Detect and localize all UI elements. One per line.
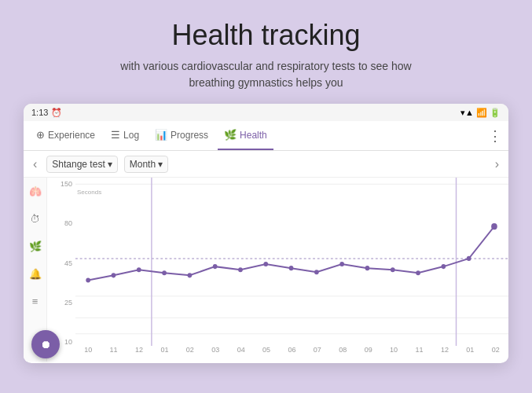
x-label-11: 11 <box>101 346 126 362</box>
more-options-icon[interactable]: ⋮ <box>488 127 502 145</box>
health-icon: 🌿 <box>224 129 237 141</box>
data-point <box>365 266 370 270</box>
y-label-25: 25 <box>64 299 72 307</box>
x-label-08: 08 <box>330 346 355 362</box>
health-label: Health <box>240 130 267 141</box>
status-bar: 1:13 ⏰ ▾▲ 📶 🔋 <box>24 104 508 121</box>
record-button[interactable]: ⏺ <box>31 330 60 358</box>
main-title: Health tracking <box>31 19 501 52</box>
data-point <box>162 270 167 275</box>
battery-icon: 🔋 <box>490 108 501 118</box>
progress-icon: 📊 <box>155 129 167 141</box>
progress-label: Progress <box>171 130 208 141</box>
next-arrow[interactable]: › <box>492 156 502 173</box>
alarm-icon: ⏰ <box>51 108 62 118</box>
tab-log[interactable]: ☰ Log <box>105 121 145 150</box>
x-label-05: 05 <box>254 346 279 362</box>
data-point <box>137 267 141 272</box>
x-label-04: 04 <box>228 346 253 362</box>
signal-icon: 📶 <box>476 108 487 118</box>
prev-arrow[interactable]: ‹ <box>30 156 40 173</box>
status-left: 1:13 ⏰ <box>31 108 62 118</box>
x-label-03: 03 <box>203 346 228 362</box>
log-label: Log <box>123 130 139 141</box>
chart-svg-wrap <box>75 178 508 346</box>
subtitle: with various cardiovascular and respirat… <box>31 58 501 91</box>
lungs-icon[interactable]: 🫁 <box>29 185 42 197</box>
period-dropdown-label: Month <box>130 159 156 170</box>
x-label-07: 07 <box>305 346 330 362</box>
log-icon: ☰ <box>111 129 120 141</box>
nav-tabs: ⊕ Experience ☰ Log 📊 Progress 🌿 Health ⋮ <box>24 121 508 151</box>
chart-area: 🫁 ⏱ 🌿 🔔 ≡ 150 80 45 25 10 Seconds <box>24 178 508 362</box>
x-axis: 10 11 12 01 02 03 04 05 06 07 08 09 10 1… <box>75 346 508 362</box>
y-label-10: 10 <box>64 339 72 346</box>
period-dropdown-arrow: ▾ <box>158 159 163 170</box>
data-point <box>314 270 319 274</box>
x-label-10b: 10 <box>381 346 406 362</box>
bell-icon[interactable]: 🔔 <box>29 268 42 280</box>
data-point <box>289 266 294 270</box>
y-label-150: 150 <box>61 181 72 188</box>
timer-icon[interactable]: ⏱ <box>30 213 40 225</box>
device-frame: 1:13 ⏰ ▾▲ 📶 🔋 ⊕ Experience ☰ Log 📊 Progr… <box>24 104 508 363</box>
x-label-09: 09 <box>355 346 380 362</box>
x-label-02b: 02 <box>483 346 508 362</box>
x-label-01a: 01 <box>152 346 177 362</box>
tab-progress[interactable]: 📊 Progress <box>149 121 215 150</box>
x-label-12: 12 <box>127 346 152 362</box>
experience-icon: ⊕ <box>36 129 45 141</box>
header-section: Health tracking with various cardiovascu… <box>0 0 532 104</box>
x-label-11b: 11 <box>406 346 431 362</box>
chart-container: 150 80 45 25 10 Seconds <box>47 178 508 362</box>
test-dropdown-label: Shtange test <box>52 159 105 170</box>
data-point <box>263 262 268 266</box>
status-right: ▾▲ 📶 🔋 <box>460 108 501 118</box>
record-icon: ⏺ <box>40 338 51 351</box>
sliders-icon[interactable]: ≡ <box>32 296 39 307</box>
data-point <box>86 277 90 282</box>
y-axis: 150 80 45 25 10 <box>47 178 75 346</box>
tab-health[interactable]: 🌿 Health <box>218 121 273 150</box>
data-point-last <box>491 223 497 230</box>
test-dropdown[interactable]: Shtange test ▾ <box>46 156 117 173</box>
title-text: Health tracking <box>171 19 360 51</box>
subtitle-line1: with various cardiovascular and respirat… <box>120 60 411 72</box>
x-label-01b: 01 <box>457 346 482 362</box>
tab-experience[interactable]: ⊕ Experience <box>30 121 101 150</box>
wifi-icon: ▾▲ <box>460 108 474 118</box>
data-point <box>416 270 420 275</box>
data-point <box>238 267 243 272</box>
data-point <box>467 256 471 261</box>
health-side-icon[interactable]: 🌿 <box>29 241 42 252</box>
chart-svg <box>75 178 508 346</box>
subtitle-line2: breathing gymnastics helps you <box>189 76 343 89</box>
data-point <box>112 273 116 277</box>
x-label-10: 10 <box>75 346 101 362</box>
x-label-12b: 12 <box>432 346 457 362</box>
y-label-80: 80 <box>64 220 72 227</box>
y-label-45: 45 <box>64 260 72 267</box>
data-point <box>391 267 395 272</box>
x-label-06: 06 <box>279 346 304 362</box>
test-dropdown-arrow: ▾ <box>108 159 112 170</box>
data-point <box>339 262 344 266</box>
data-point <box>442 264 446 269</box>
time-display: 1:13 <box>31 108 48 117</box>
data-point <box>213 264 218 269</box>
period-dropdown[interactable]: Month ▾ <box>124 156 168 173</box>
x-label-02: 02 <box>178 346 203 362</box>
chart-controls: ‹ Shtange test ▾ Month ▾ › <box>24 151 508 178</box>
data-point <box>188 273 193 277</box>
experience-label: Experience <box>48 130 95 141</box>
chart-line <box>88 226 494 280</box>
